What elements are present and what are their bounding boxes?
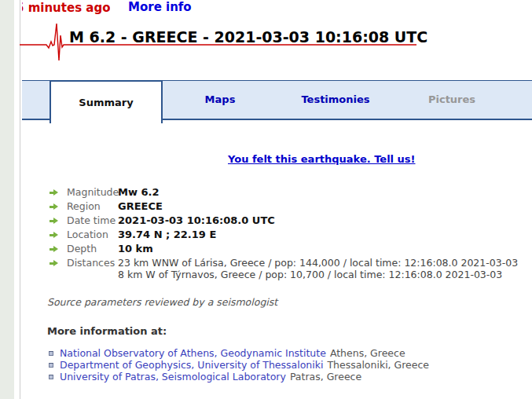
list-item: Department of Geophysics, University of … — [49, 359, 429, 371]
more-information-heading: More information at: — [47, 325, 167, 337]
arrow-icon — [50, 189, 59, 196]
detail-value: Mw 6.2 — [118, 186, 521, 198]
list-item: National Observatory of Athens, Geodynam… — [49, 347, 429, 359]
tab-pictures: Pictures — [428, 93, 475, 105]
tab-bar: Summary Maps Testimonies Pictures — [22, 80, 532, 120]
detail-value-distances: 23 km WNW of Lárisa, Greece / pop: 144,0… — [118, 257, 521, 280]
detail-value: 39.74 N ; 22.19 E — [118, 229, 521, 240]
detail-label: Depth — [67, 243, 118, 254]
detail-value: GREECE — [118, 200, 521, 212]
detail-row-depth: Depth 10 km — [50, 243, 521, 257]
detail-label: Region — [67, 200, 118, 212]
institution-links: National Observatory of Athens, Geodynam… — [49, 347, 429, 383]
institution-location: Athens, Greece — [330, 347, 405, 359]
source-note: Source parameters reviewed by a seismolo… — [47, 296, 277, 308]
detail-row-datetime: Date time 2021-03-03 10:16:08.0 UTC — [50, 214, 521, 229]
detail-row-distances: Distances 23 km WNW of Lárisa, Greece / … — [50, 257, 521, 280]
arrow-icon — [50, 218, 59, 225]
institution-location: Patras, Greece — [290, 371, 361, 383]
detail-value: 10 km — [118, 243, 521, 254]
distance-line: 8 km W of Týrnavos, Greece / pop: 10,700… — [118, 269, 502, 280]
distance-line: 23 km WNW of Lárisa, Greece / pop: 144,0… — [118, 257, 518, 269]
detail-value: 2021-03-03 10:16:08.0 UTC — [118, 214, 521, 226]
detail-row-location: Location 39.74 N ; 22.19 E — [50, 229, 521, 243]
felt-earthquake-link[interactable]: You felt this earthquake. Tell us! — [228, 153, 416, 165]
bullet-icon — [49, 363, 53, 368]
event-details: Magnitude Mw 6.2 Region GREECE Date time… — [50, 186, 521, 280]
detail-label: Location — [67, 229, 118, 240]
tab-summary[interactable]: Summary — [50, 80, 163, 123]
tab-summary-label: Summary — [79, 97, 133, 108]
arrow-icon — [50, 203, 59, 210]
institution-link[interactable]: Department of Geophysics, University of … — [60, 359, 323, 371]
tab-testimonies[interactable]: Testimonies — [301, 93, 369, 105]
more-info-link[interactable]: More info — [128, 0, 192, 14]
arrow-icon — [50, 232, 59, 239]
institution-location: Thessaloniki, Greece — [327, 359, 429, 371]
arrow-icon — [50, 260, 59, 267]
institution-link[interactable]: University of Patras, Seismological Labo… — [60, 371, 286, 383]
tab-maps[interactable]: Maps — [205, 93, 236, 105]
left-gutter — [0, 0, 14, 399]
detail-label: Magnitude — [67, 186, 118, 198]
detail-row-magnitude: Magnitude Mw 6.2 — [50, 186, 521, 200]
time-ago-label: 5 minutes ago — [22, 0, 110, 16]
bullet-icon — [49, 351, 53, 356]
detail-row-region: Region GREECE — [50, 200, 521, 214]
detail-label: Distances — [67, 257, 118, 269]
earthquake-summary-page: 5 minutes ago More info M 6.2 - GREECE -… — [0, 0, 532, 399]
bullet-icon — [49, 375, 53, 379]
institution-link[interactable]: National Observatory of Athens, Geodynam… — [60, 347, 326, 359]
detail-label: Date time — [67, 214, 118, 226]
page-title: M 6.2 - GREECE - 2021-03-03 10:16:08 UTC — [69, 28, 427, 46]
arrow-icon — [50, 246, 59, 253]
list-item: University of Patras, Seismological Labo… — [49, 371, 429, 383]
